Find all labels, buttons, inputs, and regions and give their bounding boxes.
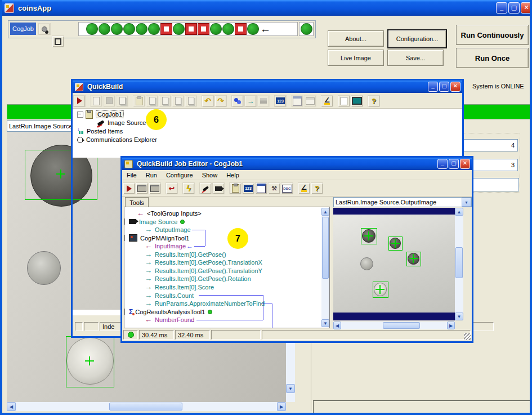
qb-help-icon[interactable]: ?: [368, 95, 380, 107]
chevron-down-icon[interactable]: ▼: [462, 198, 471, 207]
tool-tree-item-4[interactable]: ←InputImage: [145, 242, 186, 250]
run-once-button[interactable]: Run Once: [456, 48, 529, 68]
menu-run[interactable]: Run: [141, 171, 162, 179]
tool-tree-item-7[interactable]: →Results.Item[0].GetPose().TranslationY: [145, 267, 262, 275]
tool-tree-label: Results.Item[0].GetPose().TranslationX: [155, 259, 262, 266]
save-button[interactable]: Save...: [387, 50, 444, 66]
qb-maximize-button[interactable]: ▢: [439, 82, 449, 92]
main-image-hscrollbar[interactable]: ◀ ▶: [7, 402, 286, 411]
qb-close-button[interactable]: ✕: [450, 82, 461, 92]
je-calculator-icon[interactable]: 123: [242, 182, 254, 194]
expander-icon[interactable]: [124, 235, 125, 241]
pointer-tool-icon[interactable]: [38, 23, 51, 35]
je-toolbox-add-icon[interactable]: [149, 182, 161, 194]
minimize-button[interactable]: _: [496, 2, 507, 14]
je-minimize-button[interactable]: _: [437, 159, 448, 169]
job-toolbar-panel: CogJob ←: [8, 20, 316, 38]
status-indicator-pass: [123, 23, 135, 35]
qb-undo-icon[interactable]: ↶: [202, 95, 214, 107]
viewer-hscrollbar[interactable]: ◀ ▶: [333, 322, 455, 329]
je-camera-icon[interactable]: [212, 182, 225, 194]
qb-calculator-icon[interactable]: 123: [274, 95, 287, 107]
menu-configure[interactable]: Configure: [162, 171, 198, 179]
tree-item-image-source[interactable]: Image Source: [97, 119, 146, 127]
tree-item-posted-items[interactable]: Posted Items: [77, 127, 123, 135]
job-indicator-strip: ←: [78, 22, 298, 36]
job-editor-title: QuickBuild Job Editor - CogJob1: [135, 160, 436, 168]
job-editor-icon: [124, 160, 133, 168]
je-brush-icon[interactable]: [199, 182, 212, 194]
tool-tree-item-9[interactable]: →Results.Item[0].Score: [145, 283, 214, 291]
tool-tree-item-5[interactable]: →Results.Item[0].GetPose(): [145, 251, 226, 258]
tool-tree-item-11[interactable]: →RunParams.ApproximateNumberToFind: [145, 300, 265, 307]
camera-icon: [129, 219, 136, 224]
message-field[interactable]: [313, 400, 531, 413]
callout-6: 6: [146, 109, 167, 130]
resize-grip[interactable]: [464, 333, 471, 340]
qb-monitor-icon[interactable]: [351, 95, 363, 107]
tool-tree-item-2[interactable]: →OutputImage: [145, 226, 191, 234]
tool-tree-item-6[interactable]: →Results.Item[0].GetPose().TranslationX: [145, 258, 262, 266]
qb-redo-icon[interactable]: ↷: [214, 95, 227, 107]
je-tools-icon[interactable]: ⚒: [268, 182, 280, 194]
je-protractor-icon[interactable]: ∠: [298, 182, 310, 194]
select-tool-icon[interactable]: [52, 35, 64, 47]
expander-icon[interactable]: [124, 309, 125, 315]
tool-tree-item-3[interactable]: CogPMAlignTool1: [128, 234, 189, 242]
app-title: coinsApp: [16, 4, 495, 12]
menu-show[interactable]: Show: [198, 171, 222, 179]
run-continuously-button[interactable]: Run Continuously: [456, 25, 529, 45]
expander-icon[interactable]: [124, 218, 125, 225]
quickbuild-titlebar[interactable]: QuickBuild _ ▢ ✕: [73, 81, 462, 93]
about-button[interactable]: About...: [328, 30, 384, 47]
je-close-button[interactable]: ✕: [460, 159, 470, 169]
viewer-source-dropdown[interactable]: LastRun.Image Source.OutputImage ▼: [333, 197, 472, 207]
viewer-vscrollbar[interactable]: ▲ ▼: [455, 208, 463, 320]
tool-tree-label: Results.Item[0].Score: [155, 284, 214, 291]
qb-run-mode-icon[interactable]: [231, 95, 244, 107]
viewer-image-display[interactable]: [333, 208, 455, 320]
tool-tree-item-13[interactable]: ←NumberFound: [145, 316, 194, 324]
je-electric-icon[interactable]: ϟ: [182, 182, 195, 194]
qb-protractor-icon[interactable]: ∠: [321, 95, 333, 107]
cogjob-chip[interactable]: CogJob: [10, 23, 36, 35]
tool-tree-item-0[interactable]: ←<ToolGroup Inputs>: [137, 209, 202, 217]
je-clipboard-icon[interactable]: [229, 182, 242, 194]
qb-steps-icon: [257, 95, 270, 107]
app-titlebar[interactable]: coinsApp _ ▢ ✕: [2, 0, 532, 16]
tool-tree-panel[interactable]: ← ← ←<ToolGroup Inputs>Image Source→Outp…: [124, 207, 330, 328]
je-run-icon[interactable]: [123, 182, 135, 194]
connector-numberfound: [196, 320, 263, 320]
configuration-button[interactable]: Configuration...: [387, 29, 447, 48]
qb-minimize-button[interactable]: _: [428, 82, 438, 92]
qb-document-icon[interactable]: [338, 95, 350, 107]
tree-item-cogjob1[interactable]: CogJob1: [77, 110, 124, 118]
menu-file[interactable]: File: [122, 171, 141, 179]
je-toolbox-icon[interactable]: [136, 182, 148, 194]
status-indicator-fail: [161, 24, 172, 34]
system-status-text: System is ONLINE: [472, 83, 524, 90]
viewer-cross-marker: [391, 239, 400, 248]
je-maximize-button[interactable]: ▢: [449, 159, 459, 169]
job-editor-titlebar[interactable]: QuickBuild Job Editor - CogJob1 _ ▢ ✕: [122, 158, 472, 170]
menu-help[interactable]: Help: [222, 171, 244, 179]
quickbuild-tree-panel[interactable]: CogJob1Image SourcePosted ItemsCommunica…: [73, 109, 462, 158]
je-reset-icon[interactable]: ↩: [166, 182, 178, 194]
tool-tree-vscrollbar[interactable]: ▲ ▼: [321, 208, 329, 327]
live-image-button[interactable]: Live Image: [328, 50, 384, 66]
expander-icon[interactable]: [77, 111, 83, 118]
tool-tree-item-12[interactable]: ΣCogResultsAnalysisTool1: [128, 308, 212, 316]
tool-tree-item-8[interactable]: →Results.Item[0].GetPose().Rotation: [145, 275, 251, 283]
tool-tree-item-10[interactable]: →Results.Count: [145, 292, 194, 300]
maximize-button[interactable]: ▢: [508, 2, 520, 14]
tool-tree-item-1[interactable]: Image Source: [128, 218, 185, 226]
tree-item-label: Communications Explorer: [86, 136, 157, 143]
qb-run-icon[interactable]: [73, 95, 86, 107]
tree-item-communications-explorer[interactable]: Communications Explorer: [77, 136, 157, 144]
qb-run-once-icon[interactable]: →: [244, 95, 257, 107]
je-dbg-icon[interactable]: DBG: [281, 182, 293, 194]
je-help-icon[interactable]: ?: [311, 182, 323, 194]
close-button[interactable]: ✕: [521, 2, 532, 14]
je-window-icon[interactable]: [255, 182, 267, 194]
connector-outputimage-v: [205, 230, 205, 246]
